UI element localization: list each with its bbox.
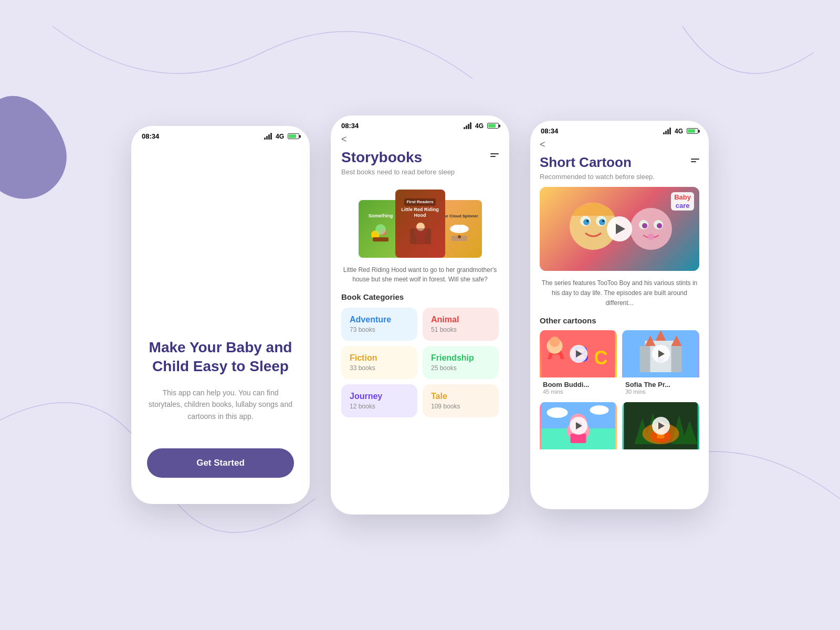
svg-point-12 (458, 235, 461, 238)
cat-fiction-name: Fiction (350, 353, 409, 363)
signal-bars-1 (264, 133, 272, 140)
main-video-label: Baby care (671, 192, 694, 211)
cartoon-subtitle: Recommended to watch before sleep. (540, 173, 699, 181)
battery-icon-1 (288, 133, 299, 139)
categories-grid: Adventure 73 books Animal 51 books Ficti… (341, 308, 499, 417)
svg-point-9 (452, 225, 459, 232)
svg-point-10 (460, 225, 466, 231)
thumb-info-1: Boom Buddi... 45 mins (540, 377, 617, 397)
status-time-3: 08:34 (541, 127, 558, 135)
cat-animal-count: 51 books (431, 326, 490, 333)
svg-rect-7 (410, 228, 431, 244)
thumb-info-2: Sofia The Pr... 30 mins (622, 377, 699, 397)
filter-icon-cartoon[interactable] (691, 159, 699, 162)
svg-point-18 (586, 220, 589, 222)
svg-point-23 (642, 223, 647, 228)
status-icons-1: 4G (264, 133, 299, 140)
cat-journey-count: 12 books (350, 403, 409, 410)
cat-tale-name: Tale (431, 392, 490, 401)
svg-rect-50 (571, 434, 586, 443)
cat-adventure-count: 73 books (350, 326, 409, 333)
status-icons-3: 4G (663, 128, 698, 135)
books-preview: Something First Readers (341, 184, 499, 258)
storybooks-title-row: Storybooks (341, 149, 499, 166)
cartoon-thumb-masha[interactable] (622, 402, 699, 455)
category-animal[interactable]: Animal 51 books (423, 308, 499, 341)
play-triangle-icon-3 (576, 422, 582, 429)
category-journey[interactable]: Journey 12 books (341, 384, 417, 417)
cartoons-grid: A B C Boom Buddi... 45 mins (540, 330, 699, 455)
category-adventure[interactable]: Adventure 73 books (341, 308, 417, 341)
svg-rect-34 (640, 346, 650, 372)
filter-icon[interactable] (490, 153, 499, 157)
svg-point-31 (550, 337, 560, 347)
cartoon-thumb-sofia[interactable]: Sofia The Pr... 30 mins (622, 330, 699, 397)
status-time-2: 08:34 (341, 122, 359, 130)
thumb-4-background (622, 402, 699, 449)
svg-text:C: C (594, 347, 608, 369)
svg-point-3 (375, 224, 386, 235)
play-triangle-icon-2 (658, 350, 665, 358)
status-time-1: 08:34 (142, 132, 159, 140)
play-triangle-icon-4 (658, 422, 665, 429)
network-label-2: 4G (475, 122, 484, 130)
cat-fiction-count: 33 books (350, 364, 409, 372)
thumb-play-1[interactable] (570, 345, 587, 363)
cartoon-content: < Short Cartoon Recommended to watch bef… (530, 139, 709, 504)
storybooks-title: Storybooks (341, 149, 422, 166)
svg-point-51 (547, 407, 568, 418)
thumb-2-background (622, 330, 699, 377)
thumb-duration-2: 30 mins (625, 388, 696, 395)
bg-decoration-shape (0, 83, 78, 211)
cat-journey-name: Journey (350, 392, 409, 401)
status-bar-1: 08:34 4G (131, 126, 310, 144)
thumb-play-4[interactable] (652, 417, 670, 435)
back-button-2[interactable]: < (341, 134, 499, 145)
play-triangle-icon (616, 224, 625, 234)
book-description: Little Red Riding Hood want to go to her… (341, 265, 499, 284)
category-fiction[interactable]: Fiction 33 books (341, 346, 417, 379)
svg-point-17 (599, 219, 605, 225)
thumb-duration-1: 45 mins (543, 388, 614, 395)
status-icons-2: 4G (464, 122, 499, 130)
signal-bars-2 (464, 122, 471, 129)
category-friendship[interactable]: Friendship 25 books (423, 346, 499, 379)
other-cartoons-title: Other cartoons (540, 316, 699, 325)
phone-storybooks: 08:34 4G < Storybooks (331, 116, 509, 514)
svg-point-19 (602, 220, 604, 222)
status-bar-3: 08:34 4G (530, 121, 709, 139)
onboarding-description: This app can help you. You can find stor… (147, 387, 294, 422)
svg-point-20 (630, 208, 672, 250)
storybooks-content: < Storybooks Best books need to read bef… (331, 134, 509, 509)
thumb-info-3 (540, 449, 617, 455)
thumb-play-3[interactable] (570, 417, 587, 435)
book-cover-little-red[interactable]: First Readers Little Red Riding Hood (395, 190, 445, 258)
thumb-play-2[interactable] (652, 345, 670, 363)
thumb-title-1: Boom Buddi... (543, 381, 614, 388)
main-video-description: The series features TooToo Boy and his v… (540, 278, 699, 309)
category-tale[interactable]: Tale 109 books (423, 384, 499, 417)
main-video[interactable]: Baby care (540, 187, 699, 271)
play-triangle-icon-1 (576, 350, 582, 358)
cat-adventure-name: Adventure (350, 315, 409, 324)
main-video-play-button[interactable] (607, 216, 632, 242)
signal-bars-3 (663, 128, 671, 134)
onboarding-title: Make Your Baby and Child Easy to Sleep (147, 338, 294, 376)
onboarding-content: Make Your Baby and Child Easy to Sleep T… (131, 144, 310, 499)
thumb-title-2: Sofia The Pr... (625, 381, 696, 388)
get-started-button[interactable]: Get Started (147, 448, 294, 478)
network-label-3: 4G (675, 128, 683, 135)
cat-tale-count: 109 books (431, 403, 490, 410)
cartoon-thumb-boom-buddi[interactable]: A B C Boom Buddi... 45 mins (540, 330, 617, 397)
battery-icon-2 (487, 123, 499, 129)
thumb-1-background: A B C (540, 330, 617, 377)
svg-point-52 (590, 405, 609, 415)
phone-cartoon: 08:34 4G < Short Cartoon (530, 121, 709, 509)
cartoon-thumb-peppa[interactable] (540, 402, 617, 455)
cat-friendship-count: 25 books (431, 364, 490, 372)
status-bar-2: 08:34 4G (331, 116, 509, 134)
thumb-3-background (540, 402, 617, 449)
svg-point-16 (583, 219, 590, 225)
storybooks-subtitle: Best books need to read before sleep (341, 168, 499, 176)
back-button-3[interactable]: < (540, 139, 699, 150)
